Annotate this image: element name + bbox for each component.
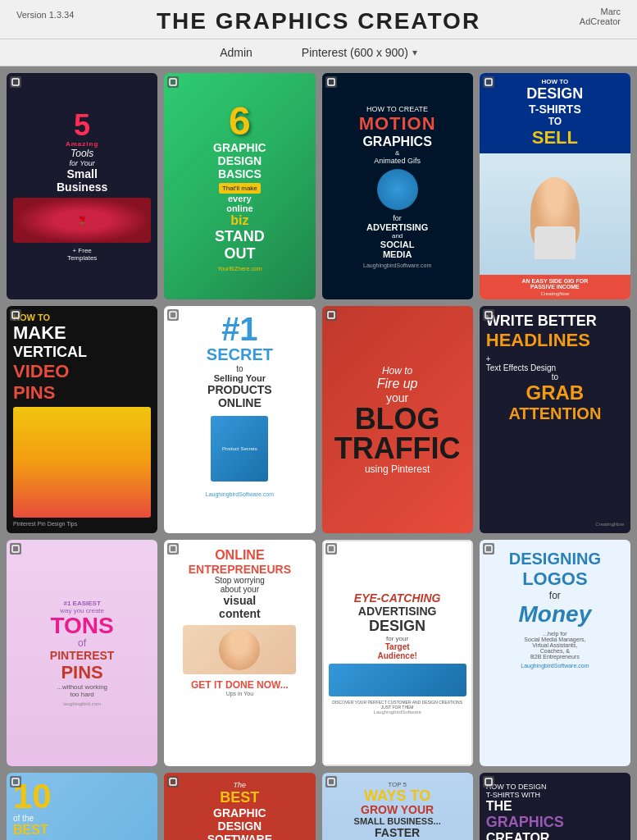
- c4-sell: SELL: [485, 127, 626, 148]
- svg-rect-5: [170, 312, 176, 318]
- card-4-inner: HOW TO DESIGN T-SHIRTS TO SELL AN EASY S…: [480, 73, 630, 299]
- card-8[interactable]: Write Better Headlines + Text Effects De…: [480, 306, 630, 532]
- c14-best: BEST: [220, 789, 259, 806]
- card-14[interactable]: The BEST GRAPHIC DESIGN SOFTWARE CREATE …: [164, 773, 315, 840]
- card-badge-9: [10, 543, 21, 555]
- c11-design: Design: [369, 618, 425, 635]
- c16-how: HOW TO DESIGN: [486, 783, 547, 791]
- card-3[interactable]: HOW TO CREATE MOTION GRAPHICS & Animated…: [322, 73, 473, 299]
- c9-easiest: #1 EASIEST: [63, 600, 100, 607]
- card-5-inner: HOW TO MAKE VERTICAL VIDEO PINS Pinteres…: [7, 306, 157, 532]
- svg-rect-0: [12, 79, 19, 85]
- c12-for: for: [549, 590, 561, 601]
- c3-graphics: GRAPHICS: [362, 135, 431, 149]
- card-badge-5: [10, 309, 21, 321]
- svg-rect-15: [485, 778, 492, 785]
- c11-image: [329, 664, 466, 696]
- c16-tshirts: T-SHIRTS WITH: [486, 791, 540, 799]
- card-12[interactable]: Designing Logos for Money ...help for So…: [480, 540, 630, 766]
- admin-label[interactable]: Admin: [220, 46, 253, 59]
- c10-entrepreneurs: ENTREPRENEURS: [189, 563, 291, 576]
- c2-basics: BASICS: [218, 167, 262, 180]
- c12-money: Money: [519, 601, 592, 628]
- c10-get: GET IT DONE NOW...: [191, 679, 289, 691]
- c14-design: DESIGN: [218, 819, 262, 833]
- c5-fire-image: [13, 407, 151, 517]
- c3-motion: MOTION: [359, 113, 436, 135]
- c7-using: using Pinterest: [365, 463, 430, 475]
- card-2[interactable]: 6 GRAPHIC DESIGN BASICS That'll make eve…: [164, 73, 315, 299]
- size-selector[interactable]: Pinterest (600 x 900) ▾: [302, 46, 417, 59]
- c11-eye: Eye-Catching: [354, 591, 441, 605]
- svg-rect-2: [328, 79, 334, 85]
- c14-graphic: GRAPHIC: [213, 806, 266, 819]
- card-12-inner: Designing Logos for Money ...help for So…: [480, 540, 630, 766]
- app-title: THE GRAPHICS CREATOR: [0, 8, 637, 34]
- c1-amazing: Amazing: [66, 140, 98, 148]
- c2-stand: STAND: [215, 228, 265, 245]
- c3-circle-image: [377, 169, 418, 210]
- c11-advertising: Advertising: [358, 605, 437, 618]
- c1-number: 5: [74, 111, 90, 140]
- card-badge-7: [325, 309, 337, 321]
- c8-logo: CreatingNow: [486, 522, 624, 527]
- c8-plus: +: [486, 354, 491, 363]
- c2-number: 6: [229, 102, 251, 141]
- card-4[interactable]: HOW TO DESIGN T-SHIRTS TO SELL AN EASY S…: [480, 73, 630, 299]
- c3-for: for: [393, 214, 402, 222]
- c8-attention: Attention: [486, 404, 624, 423]
- c4-top: HOW TO DESIGN T-SHIRTS TO SELL: [480, 73, 630, 153]
- card-1[interactable]: 5 Amazing Tools for Your Small Business …: [7, 73, 157, 299]
- dropdown-arrow-icon: ▾: [412, 47, 417, 58]
- c3-how: HOW TO CREATE: [366, 105, 428, 113]
- card-10[interactable]: ONLINE ENTREPRENEURS Stop worrying about…: [164, 540, 315, 766]
- c1-free: + Free: [72, 247, 91, 254]
- c5-vertical: VERTICAL: [13, 344, 87, 361]
- c12-help: ...help for: [543, 631, 566, 637]
- c12-virtual: Virtual Assistants,: [532, 642, 577, 648]
- c2-online: online: [226, 203, 253, 213]
- c6-number: #1: [221, 313, 258, 345]
- header: Version 1.3.34 Marc AdCreator THE GRAPHI…: [0, 0, 637, 39]
- c2-thatll: That'll make: [219, 183, 261, 194]
- c3-and: and: [392, 232, 403, 240]
- c6-selling: Selling Your: [214, 373, 266, 383]
- c13-best: BEST: [13, 823, 48, 838]
- card-badge-16: [483, 776, 494, 788]
- card-15-inner: TOP 5 WAYS TO GROW YOUR SMALL BUSINESS..…: [322, 773, 473, 840]
- card-16[interactable]: HOW TO DESIGN T-SHIRTS WITH THE GRAPHICS…: [480, 773, 630, 840]
- card-badge-6: [167, 309, 179, 321]
- c1-business: Business: [57, 180, 107, 194]
- c11-url: LaughingbirdSoftware: [373, 710, 421, 714]
- c3-url: LaughingbirdSoftware.com: [363, 262, 431, 268]
- c16-graphics: GRAPHICS: [486, 814, 564, 831]
- card-13[interactable]: 10 of the BEST Facebook Groups for Creat…: [7, 773, 157, 840]
- card-11[interactable]: Eye-Catching Advertising Design for your…: [322, 540, 473, 766]
- card-2-inner: 6 GRAPHIC DESIGN BASICS That'll make eve…: [164, 73, 315, 299]
- c5-pins: PINS: [13, 382, 55, 404]
- c10-online: ONLINE: [215, 548, 264, 563]
- svg-rect-6: [328, 312, 334, 318]
- c12-social: Social Media Managers,: [524, 637, 585, 642]
- c15-ways: WAYS TO: [364, 788, 430, 803]
- c4-design: DESIGN: [485, 85, 626, 103]
- card-9[interactable]: #1 EASIEST way you create TONS of Pinter…: [7, 540, 157, 766]
- c6-products: Products: [207, 383, 272, 396]
- c12-url: LaughingbirdSoftware.com: [521, 663, 589, 669]
- c9-working: too hard: [70, 691, 93, 698]
- c12-designing: Designing: [509, 550, 601, 568]
- card-badge-2: [167, 76, 179, 88]
- card-11-inner: Eye-Catching Advertising Design for your…: [322, 540, 473, 766]
- c10-stop: Stop worrying: [215, 576, 265, 585]
- version-label: Version 1.3.34: [16, 10, 74, 20]
- c9-of: of: [78, 637, 86, 649]
- c2-design: DESIGN: [218, 154, 262, 167]
- svg-rect-8: [12, 546, 19, 552]
- card-15[interactable]: TOP 5 WAYS TO GROW YOUR SMALL BUSINESS..…: [322, 773, 473, 840]
- card-5[interactable]: HOW TO MAKE VERTICAL VIDEO PINS Pinteres…: [7, 306, 157, 532]
- card-7[interactable]: How to Fire up your BLOG TRAFFIC using P…: [322, 306, 473, 532]
- card-6[interactable]: #1 SECRET to Selling Your Products Onlin…: [164, 306, 315, 532]
- c16-creator: CREATOR: [486, 831, 550, 840]
- c1-rose-image: 🌹: [13, 198, 151, 243]
- size-label: Pinterest (600 x 900): [302, 46, 408, 59]
